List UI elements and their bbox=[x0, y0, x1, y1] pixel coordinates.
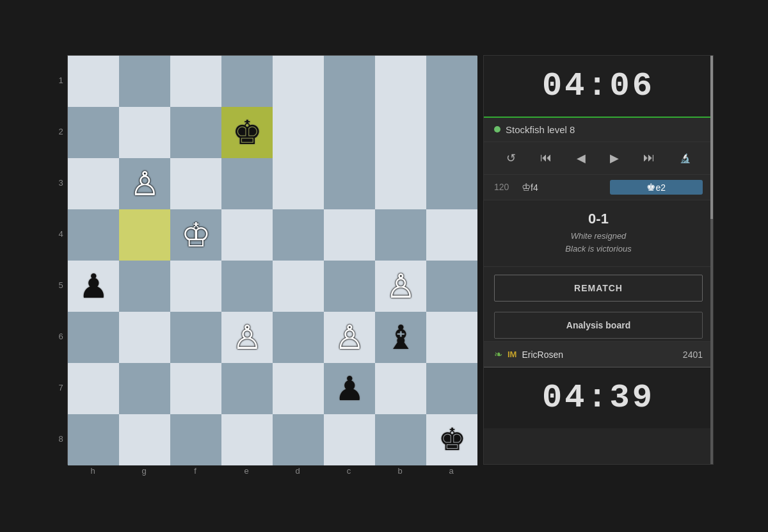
square-f3[interactable] bbox=[170, 158, 221, 209]
square-c5[interactable] bbox=[324, 261, 375, 312]
square-e8[interactable] bbox=[221, 414, 273, 465]
square-e1[interactable] bbox=[221, 56, 273, 107]
right-panel: 04:06 Stockfish level 8 ↺ ⏮ ◀ ▶ ⏭ 🔬 120 … bbox=[483, 55, 714, 465]
player-bar: ❧ IM EricRosen 2401 bbox=[484, 341, 713, 367]
square-c1[interactable] bbox=[324, 56, 375, 107]
move-white: ♔f4 bbox=[522, 181, 605, 193]
square-a6[interactable] bbox=[426, 312, 477, 363]
square-c6[interactable]: ♙ bbox=[324, 312, 375, 363]
rank-label-8: 8 bbox=[54, 414, 67, 465]
result-line1: White resigned bbox=[494, 230, 703, 243]
square-h3[interactable] bbox=[68, 158, 119, 209]
square-d4[interactable] bbox=[273, 209, 324, 261]
square-d1[interactable] bbox=[273, 56, 324, 107]
prev-move-button[interactable]: ◀ bbox=[573, 149, 589, 168]
rank-label-3: 3 bbox=[54, 157, 67, 209]
square-h5[interactable]: ♟ bbox=[68, 261, 119, 312]
square-a3[interactable] bbox=[426, 158, 477, 209]
square-b5[interactable]: ♙ bbox=[375, 261, 426, 312]
move-black[interactable]: ♚e2 bbox=[610, 180, 703, 195]
square-g7[interactable] bbox=[119, 363, 170, 414]
square-c4[interactable] bbox=[324, 209, 375, 261]
square-g1[interactable] bbox=[119, 56, 170, 107]
square-g4[interactable] bbox=[119, 209, 170, 261]
square-c3[interactable] bbox=[324, 158, 375, 209]
square-b1[interactable] bbox=[375, 56, 426, 107]
square-b6[interactable]: ♝ bbox=[375, 312, 426, 363]
rematch-button[interactable]: REMATCH bbox=[494, 275, 703, 302]
file-label-b: b bbox=[374, 465, 426, 478]
rank-label-6: 6 bbox=[54, 311, 67, 362]
main-container: 1 2 3 4 5 6 7 8 bbox=[42, 42, 726, 490]
square-a2[interactable] bbox=[426, 107, 477, 158]
square-f1[interactable] bbox=[170, 56, 221, 107]
square-a5[interactable] bbox=[426, 261, 477, 312]
player-name[interactable]: EricRosen bbox=[522, 350, 677, 360]
piece-black-pawn-h5: ♟ bbox=[79, 270, 109, 303]
square-g2[interactable] bbox=[119, 107, 170, 158]
square-f4[interactable]: ♔ bbox=[170, 209, 221, 261]
square-b4[interactable] bbox=[375, 209, 426, 261]
square-d7[interactable] bbox=[273, 363, 324, 414]
square-f7[interactable] bbox=[170, 363, 221, 414]
square-h8[interactable] bbox=[68, 414, 119, 465]
square-e7[interactable] bbox=[221, 363, 273, 414]
file-labels: h g f e d c b a bbox=[67, 465, 477, 478]
square-g3[interactable]: ♙ bbox=[119, 158, 170, 209]
black-king-icon: ♚ bbox=[646, 182, 655, 193]
square-g6[interactable] bbox=[119, 312, 170, 363]
square-b2[interactable] bbox=[375, 107, 426, 158]
square-c8[interactable] bbox=[324, 414, 375, 465]
square-d8[interactable] bbox=[273, 414, 324, 465]
square-h6[interactable] bbox=[68, 312, 119, 363]
rank-labels: 1 2 3 4 5 6 7 8 bbox=[54, 55, 67, 465]
piece-white-pawn-b5: ♙ bbox=[386, 270, 416, 303]
file-label-d: d bbox=[272, 465, 323, 478]
square-f2[interactable] bbox=[170, 107, 221, 158]
square-f5[interactable] bbox=[170, 261, 221, 312]
square-e6[interactable]: ♙ bbox=[221, 312, 273, 363]
piece-black-bishop-b6: ♝ bbox=[386, 321, 416, 354]
next-move-button[interactable]: ▶ bbox=[606, 149, 623, 168]
analysis-board-button[interactable]: Analysis board bbox=[494, 312, 703, 339]
square-h4[interactable] bbox=[68, 209, 119, 261]
file-label-c: c bbox=[323, 465, 374, 478]
square-b8[interactable] bbox=[375, 414, 426, 465]
square-h7[interactable] bbox=[68, 363, 119, 414]
square-c2[interactable] bbox=[324, 107, 375, 158]
square-a8[interactable]: ♚ bbox=[426, 414, 477, 465]
engine-bar: Stockfish level 8 bbox=[484, 118, 713, 142]
square-e3[interactable] bbox=[221, 158, 273, 209]
flip-board-button[interactable]: ↺ bbox=[502, 149, 520, 168]
square-c7[interactable]: ♟ bbox=[324, 363, 375, 414]
square-g8[interactable] bbox=[119, 414, 170, 465]
square-h1[interactable] bbox=[68, 56, 119, 107]
piece-white-king-f4: ♔ bbox=[181, 218, 211, 252]
scrollbar-thumb[interactable] bbox=[710, 56, 713, 219]
square-a1[interactable] bbox=[426, 56, 477, 107]
timer-top: 04:06 bbox=[484, 56, 713, 118]
square-h2[interactable] bbox=[68, 107, 119, 158]
square-e4[interactable] bbox=[221, 209, 273, 261]
moves-row: 120 ♔f4 ♚e2 bbox=[484, 175, 713, 200]
square-f8[interactable] bbox=[170, 414, 221, 465]
square-g5[interactable] bbox=[119, 261, 170, 312]
square-d6[interactable] bbox=[273, 312, 324, 363]
square-b3[interactable] bbox=[375, 158, 426, 209]
square-b7[interactable] bbox=[375, 363, 426, 414]
piece-black-pawn-c7: ♟ bbox=[335, 372, 365, 405]
square-d3[interactable] bbox=[273, 158, 324, 209]
square-d5[interactable] bbox=[273, 261, 324, 312]
analyze-button[interactable]: 🔬 bbox=[676, 150, 694, 166]
square-e2[interactable]: ♚ bbox=[221, 107, 273, 158]
scrollbar[interactable] bbox=[710, 56, 713, 464]
first-move-button[interactable]: ⏮ bbox=[536, 149, 556, 167]
square-a4[interactable] bbox=[426, 209, 477, 261]
square-e5[interactable] bbox=[221, 261, 273, 312]
file-label-a: a bbox=[426, 465, 477, 478]
square-a7[interactable] bbox=[426, 363, 477, 414]
board-wrapper: 1 2 3 4 5 6 7 8 bbox=[54, 55, 477, 465]
last-move-button[interactable]: ⏭ bbox=[639, 149, 659, 167]
square-d2[interactable] bbox=[273, 107, 324, 158]
square-f6[interactable] bbox=[170, 312, 221, 363]
